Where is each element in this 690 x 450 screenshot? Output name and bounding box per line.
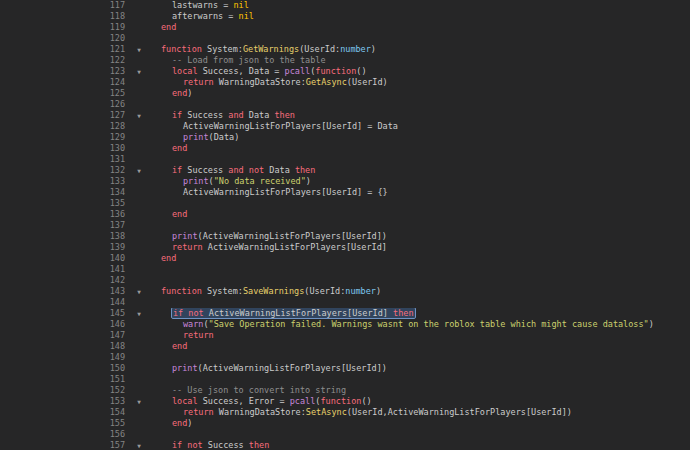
- fold-spacer: [130, 418, 148, 429]
- code-line-121[interactable]: 121▼function System:GetWarnings(UserId:n…: [0, 44, 690, 55]
- fold-collapse-icon[interactable]: ▼: [130, 440, 148, 450]
- code-line-120[interactable]: 120: [0, 33, 690, 44]
- code-line-156[interactable]: 156: [0, 429, 690, 440]
- fold-spacer: [130, 77, 148, 88]
- code-line-129[interactable]: 129print(Data): [0, 132, 690, 143]
- code-line-152[interactable]: 152-- Use json to convert into string: [0, 385, 690, 396]
- code-line-135[interactable]: 135: [0, 198, 690, 209]
- fold-spacer: [130, 242, 148, 253]
- code-token: end: [161, 253, 176, 263]
- line-number: 141: [0, 264, 130, 275]
- fold-collapse-icon[interactable]: ▼: [130, 396, 148, 407]
- code-line-155[interactable]: 155end): [0, 418, 690, 429]
- code-line-147[interactable]: 147return: [0, 330, 690, 341]
- line-number: 156: [0, 429, 130, 440]
- code-line-141[interactable]: 141: [0, 264, 690, 275]
- fold-spacer: [130, 253, 148, 264]
- code-token: return: [183, 407, 219, 417]
- code-token: ActiveWarningListForPlayers[UserId] = Da…: [183, 121, 398, 131]
- code-line-149[interactable]: 149: [0, 352, 690, 363]
- code-line-139[interactable]: 139return ActiveWarningListForPlayers[Us…: [0, 242, 690, 253]
- line-number: 131: [0, 154, 130, 165]
- code-line-118[interactable]: 118afterwarns = nil: [0, 11, 690, 22]
- code-token: pcall: [285, 66, 311, 76]
- code-line-126[interactable]: 126: [0, 99, 690, 110]
- code-line-119[interactable]: 119end: [0, 22, 690, 33]
- code-line-133[interactable]: 133print("No data received"): [0, 176, 690, 187]
- fold-collapse-icon[interactable]: ▼: [130, 66, 148, 77]
- code-editor[interactable]: 117lastwarns = nil118afterwarns = nil119…: [0, 0, 690, 450]
- line-number: 153: [0, 396, 130, 407]
- code-token: Success: [187, 165, 228, 175]
- code-token: print: [172, 363, 198, 373]
- code-line-132[interactable]: 132▼if Success and not Data then: [0, 165, 690, 176]
- fold-spacer: [130, 231, 148, 242]
- code-line-117[interactable]: 117lastwarns = nil: [0, 0, 690, 11]
- code-line-157[interactable]: 157▼if not Success then: [0, 440, 690, 450]
- code-text: [148, 220, 690, 231]
- code-text: return WarningDataStore:GetAsync(UserId): [148, 77, 690, 88]
- code-token: GetAsync: [306, 77, 347, 87]
- code-line-123[interactable]: 123▼local Success, Data = pcall(function…: [0, 66, 690, 77]
- code-token: ): [187, 88, 192, 98]
- fold-collapse-icon[interactable]: ▼: [130, 44, 148, 55]
- line-number: 126: [0, 99, 130, 110]
- code-text: end: [148, 341, 690, 352]
- fold-collapse-icon[interactable]: ▼: [130, 308, 148, 319]
- code-token: end: [172, 418, 187, 428]
- code-token: function: [161, 286, 207, 296]
- fold-spacer: [130, 187, 148, 198]
- code-line-127[interactable]: 127▼if Success and Data then: [0, 110, 690, 121]
- code-token: if: [173, 308, 188, 318]
- code-text: end): [148, 418, 690, 429]
- fold-spacer: [130, 407, 148, 418]
- line-number: 154: [0, 407, 130, 418]
- code-token: (UserId:: [304, 286, 345, 296]
- code-line-142[interactable]: 142: [0, 275, 690, 286]
- code-line-145[interactable]: 145▼if not ActiveWarningListForPlayers[U…: [0, 308, 690, 319]
- code-text: [148, 264, 690, 275]
- code-line-128[interactable]: 128ActiveWarningListForPlayers[UserId] =…: [0, 121, 690, 132]
- code-line-143[interactable]: 143▼function System:SaveWarnings(UserId:…: [0, 286, 690, 297]
- code-token: return: [183, 330, 214, 340]
- line-number: 129: [0, 132, 130, 143]
- current-line-highlight: if not ActiveWarningListForPlayers[UserI…: [172, 308, 415, 318]
- code-line-136[interactable]: 136end: [0, 209, 690, 220]
- fold-spacer: [130, 341, 148, 352]
- code-text: print(Data): [148, 132, 690, 143]
- fold-collapse-icon[interactable]: ▼: [130, 165, 148, 176]
- code-line-148[interactable]: 148end: [0, 341, 690, 352]
- code-token: print: [183, 132, 209, 142]
- code-text: afterwarns = nil: [148, 11, 690, 22]
- line-number: 127: [0, 110, 130, 121]
- code-token: return: [172, 242, 208, 252]
- code-line-140[interactable]: 140end: [0, 253, 690, 264]
- fold-spacer: [130, 99, 148, 110]
- code-line-131[interactable]: 131: [0, 154, 690, 165]
- code-line-150[interactable]: 150print(ActiveWarningListForPlayers[Use…: [0, 363, 690, 374]
- fold-collapse-icon[interactable]: ▼: [130, 286, 148, 297]
- line-number: 143: [0, 286, 130, 297]
- line-number: 118: [0, 11, 130, 22]
- code-line-134[interactable]: 134ActiveWarningListForPlayers[UserId] =…: [0, 187, 690, 198]
- fold-spacer: [130, 154, 148, 165]
- code-line-146[interactable]: 146warn("Save Operation failed. Warnings…: [0, 319, 690, 330]
- fold-spacer: [130, 363, 148, 374]
- code-line-122[interactable]: 122-- Load from json to the table: [0, 55, 690, 66]
- code-token: ): [187, 418, 192, 428]
- code-line-130[interactable]: 130end: [0, 143, 690, 154]
- fold-spacer: [130, 143, 148, 154]
- fold-spacer: [130, 55, 148, 66]
- code-line-138[interactable]: 138print(ActiveWarningListForPlayers[Use…: [0, 231, 690, 242]
- code-line-144[interactable]: 144: [0, 297, 690, 308]
- fold-collapse-icon[interactable]: ▼: [130, 110, 148, 121]
- code-line-125[interactable]: 125end): [0, 88, 690, 99]
- code-text: [148, 374, 690, 385]
- code-line-153[interactable]: 153▼local Success, Error = pcall(functio…: [0, 396, 690, 407]
- code-text: return: [148, 330, 690, 341]
- code-line-137[interactable]: 137: [0, 220, 690, 231]
- code-line-124[interactable]: 124return WarningDataStore:GetAsync(User…: [0, 77, 690, 88]
- fold-spacer: [130, 198, 148, 209]
- code-line-151[interactable]: 151: [0, 374, 690, 385]
- code-line-154[interactable]: 154return WarningDataStore:SetAsync(User…: [0, 407, 690, 418]
